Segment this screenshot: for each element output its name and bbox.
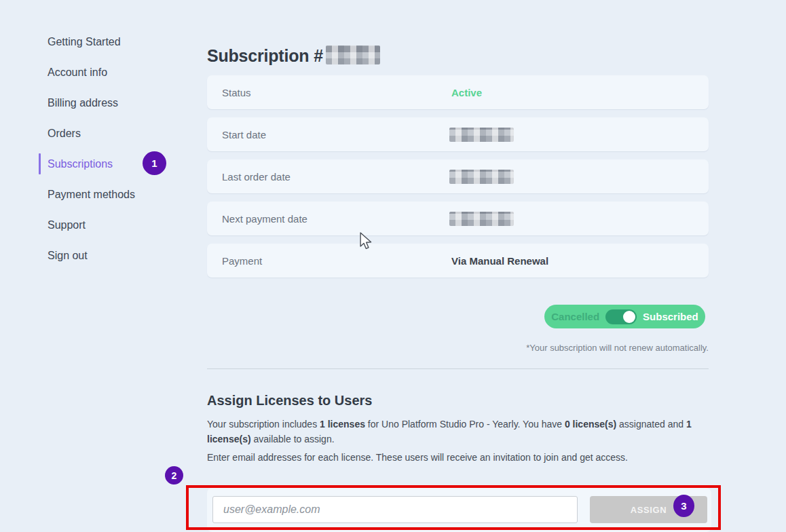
sidebar-item-label: Getting Started [48, 36, 121, 48]
redacted-subscription-number [326, 45, 380, 64]
annotation-step-1-badge: 1 [143, 151, 166, 175]
page-title-text: Subscription # [207, 46, 323, 65]
sidebar-item-label: Orders [48, 128, 81, 140]
renewal-note: *Your subscription will not renew automa… [207, 343, 709, 353]
row-value [451, 159, 514, 193]
sidebar-item-payment-methods[interactable]: Payment methods [39, 179, 198, 210]
toggle-knob [623, 311, 635, 323]
toggle-cancelled-label: Cancelled [551, 311, 599, 322]
sidebar-item-label: Billing address [48, 97, 118, 109]
table-row-next-payment-date: Next payment date [207, 202, 709, 235]
assign-instructions-text: Enter email addresses for each license. … [207, 451, 709, 464]
redacted-date [449, 212, 514, 226]
toggle-switch[interactable] [605, 309, 637, 324]
page-title: Subscription # [207, 45, 380, 66]
account-sidebar: Getting Started Account info Billing add… [39, 26, 198, 271]
row-value [451, 117, 514, 151]
redacted-date [449, 170, 514, 184]
section-divider [207, 368, 709, 369]
email-input[interactable] [212, 496, 578, 523]
subscription-status-toggle[interactable]: Cancelled Subscribed [544, 305, 705, 328]
sidebar-item-label: Account info [48, 66, 107, 79]
sidebar-item-orders[interactable]: Orders [39, 118, 198, 149]
status-badge: Active [451, 75, 482, 109]
sidebar-item-label: Subscriptions [48, 158, 113, 170]
desc-text: assignated and [616, 419, 686, 430]
sidebar-item-support[interactable]: Support [39, 210, 198, 240]
table-row-payment: Payment Via Manual Renewal [207, 244, 709, 278]
sidebar-item-getting-started[interactable]: Getting Started [39, 26, 198, 57]
desc-licenses-count: 1 licenses [320, 419, 365, 430]
table-row-last-order-date: Last order date [207, 159, 709, 193]
toggle-subscribed-label: Subscribed [643, 311, 698, 322]
subscription-details-table: Status Active Start date Last order date… [207, 75, 709, 286]
table-row-status: Status Active [207, 75, 709, 109]
sidebar-item-sign-out[interactable]: Sign out [39, 240, 198, 271]
redacted-date [449, 128, 514, 142]
sidebar-item-subscriptions[interactable]: Subscriptions [39, 149, 198, 179]
assign-licenses-heading: Assign Licenses to Users [207, 393, 372, 408]
desc-assigned-count: 0 license(s) [565, 419, 616, 430]
table-row-start-date: Start date [207, 117, 709, 151]
annotation-step-3-badge: 3 [673, 495, 694, 517]
desc-text: available to assign. [251, 434, 335, 444]
sidebar-item-label: Payment methods [48, 189, 135, 201]
sidebar-item-billing-address[interactable]: Billing address [39, 88, 198, 118]
desc-text: Your subscription includes [207, 419, 320, 430]
sidebar-item-account-info[interactable]: Account info [39, 57, 198, 88]
row-label: Next payment date [207, 213, 307, 225]
sidebar-item-label: Support [48, 219, 86, 231]
row-label: Payment [207, 255, 262, 267]
row-value [451, 202, 514, 235]
row-value: Via Manual Renewal [451, 244, 548, 278]
sidebar-item-label: Sign out [48, 250, 88, 262]
row-label: Status [207, 87, 251, 98]
desc-text: for Uno Platform Studio Pro - Yearly. Yo… [365, 419, 565, 430]
row-label: Start date [207, 129, 266, 140]
license-summary-text: Your subscription includes 1 licenses fo… [207, 417, 709, 446]
row-label: Last order date [207, 171, 291, 183]
annotation-step-2-badge: 2 [165, 466, 183, 484]
